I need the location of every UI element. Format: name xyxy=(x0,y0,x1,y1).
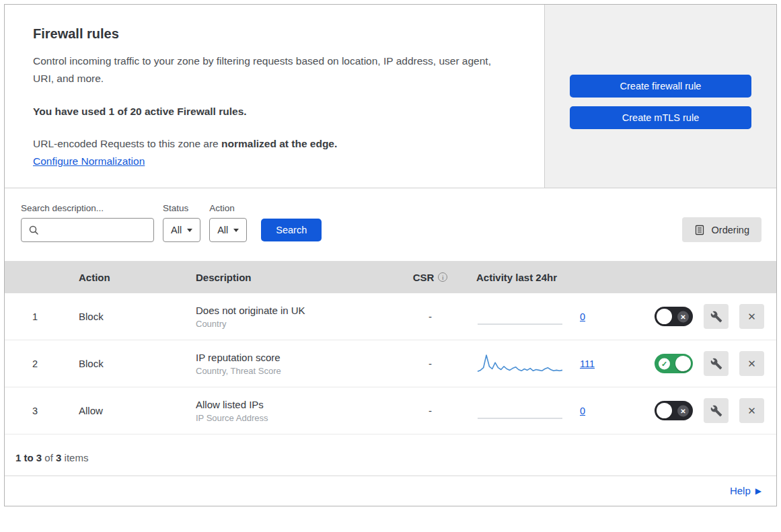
page-title: Firewall rules xyxy=(33,26,516,42)
create-mtls-rule-button[interactable]: Create mTLS rule xyxy=(570,106,751,129)
chevron-down-icon xyxy=(187,229,192,232)
status-label: Status xyxy=(163,203,200,213)
x-icon: ✕ xyxy=(677,311,689,322)
activity-sparkline xyxy=(476,351,564,377)
normalization-note: URL-encoded Requests to this zone are no… xyxy=(33,138,516,150)
close-icon: ✕ xyxy=(747,311,756,323)
summary-total: 3 xyxy=(56,452,61,463)
normalization-prefix: URL-encoded Requests to this zone are xyxy=(33,138,221,149)
rule-action: Allow xyxy=(65,405,180,416)
rule-description: Allow listed IPs xyxy=(196,399,395,410)
rule-activity-cell: 0 xyxy=(466,398,654,424)
normalization-bold: normalized at the edge. xyxy=(221,138,337,149)
x-icon: ✕ xyxy=(677,405,689,416)
page-header-section: Firewall rules Control incoming traffic … xyxy=(5,5,776,188)
activity-count-link[interactable]: 0 xyxy=(580,311,585,322)
toggle-knob xyxy=(657,309,672,324)
rule-fields: Country xyxy=(196,319,395,329)
rule-description-cell: Does not originate in UK Country xyxy=(180,305,395,329)
firewall-rules-page: Firewall rules Control incoming traffic … xyxy=(4,4,777,506)
enable-toggle[interactable]: ✓ ✕ xyxy=(655,307,693,326)
activity-sparkline xyxy=(476,304,564,330)
activity-sparkline xyxy=(476,398,564,424)
delete-rule-button[interactable]: ✕ xyxy=(739,304,764,329)
rule-csr: - xyxy=(395,405,466,416)
summary-range: 1 to 3 xyxy=(15,452,42,463)
rule-description-cell: Allow listed IPs IP Source Address xyxy=(180,399,395,423)
page-description: Control incoming traffic to your zone by… xyxy=(33,52,511,87)
header-text-area: Firewall rules Control incoming traffic … xyxy=(5,5,545,188)
delete-rule-button[interactable]: ✕ xyxy=(739,398,764,423)
filter-bar: Search description... Status All Action … xyxy=(5,188,776,261)
rule-description: Does not originate in UK xyxy=(196,305,395,316)
chevron-down-icon xyxy=(233,229,239,232)
header-actions-panel: Create firewall rule Create mTLS rule xyxy=(545,5,776,188)
wrench-icon xyxy=(710,311,722,323)
column-activity: Activity last 24hr xyxy=(466,272,654,283)
search-group: Search description... xyxy=(21,203,154,242)
check-icon: ✓ xyxy=(659,358,670,369)
rule-controls: ✓ ✕ ✕ xyxy=(654,398,776,423)
action-dropdown[interactable]: All xyxy=(209,218,247,242)
rule-controls: ✓ ✕ ✕ xyxy=(654,304,776,329)
pagination-summary: 1 to 3 of 3 items xyxy=(5,434,776,476)
rule-activity-cell: 111 xyxy=(466,351,654,377)
search-icon xyxy=(28,225,39,235)
search-input[interactable] xyxy=(44,224,148,236)
action-dropdown-value: All xyxy=(217,225,228,235)
rule-csr: - xyxy=(395,311,466,322)
rule-action: Block xyxy=(65,311,180,322)
rule-fields: IP Source Address xyxy=(196,413,395,423)
column-description: Description xyxy=(180,272,395,283)
configure-normalization-link[interactable]: Configure Normalization xyxy=(33,155,145,167)
rule-activity-cell: 0 xyxy=(466,304,654,330)
rule-action: Block xyxy=(65,358,180,369)
rule-number: 1 xyxy=(5,311,65,322)
search-button[interactable]: Search xyxy=(261,219,322,241)
close-icon: ✕ xyxy=(747,358,756,370)
search-box xyxy=(21,218,154,242)
help-link-label: Help xyxy=(730,485,751,496)
toggle-knob xyxy=(675,356,691,371)
table-row: 3 Allow Allow listed IPs IP Source Addre… xyxy=(5,387,776,434)
column-action: Action xyxy=(65,272,180,283)
enable-toggle[interactable]: ✓ ✕ xyxy=(655,401,693,420)
edit-rule-button[interactable] xyxy=(704,304,729,329)
rule-fields: Country, Threat Score xyxy=(196,366,395,376)
rule-description-cell: IP reputation score Country, Threat Scor… xyxy=(180,352,395,376)
activity-count-link[interactable]: 0 xyxy=(580,406,585,416)
info-icon[interactable]: i xyxy=(438,272,447,282)
status-dropdown-value: All xyxy=(171,225,182,235)
column-csr-label: CSR xyxy=(413,272,435,283)
table-row: 2 Block IP reputation score Country, Thr… xyxy=(5,340,776,387)
column-csr: CSR i xyxy=(395,272,466,283)
summary-of: of xyxy=(44,452,53,463)
status-filter-group: Status All xyxy=(163,203,200,242)
wrench-icon xyxy=(710,358,722,370)
ordering-button[interactable]: Ordering xyxy=(682,217,761,242)
rule-description: IP reputation score xyxy=(196,352,395,363)
status-dropdown[interactable]: All xyxy=(163,218,200,242)
toggle-knob xyxy=(657,403,672,418)
create-firewall-rule-button[interactable]: Create firewall rule xyxy=(570,75,751,98)
enable-toggle[interactable]: ✓ ✕ xyxy=(655,354,693,373)
table-row: 1 Block Does not originate in UK Country… xyxy=(5,293,776,340)
action-filter-group: Action All xyxy=(209,203,247,242)
help-bar: Help ▶ xyxy=(5,476,776,506)
delete-rule-button[interactable]: ✕ xyxy=(739,351,764,376)
table-header: Action Description CSR i Activity last 2… xyxy=(5,261,776,293)
activity-count-link[interactable]: 111 xyxy=(580,358,595,369)
edit-rule-button[interactable] xyxy=(704,351,729,376)
rule-csr: - xyxy=(395,358,466,369)
wrench-icon xyxy=(710,405,722,417)
summary-items: items xyxy=(65,452,89,463)
edit-rule-button[interactable] xyxy=(704,398,729,423)
search-label: Search description... xyxy=(21,203,154,213)
usage-summary: You have used 1 of 20 active Firewall ru… xyxy=(33,106,516,118)
ordering-icon xyxy=(694,225,705,235)
column-activity-label: Activity last 24hr xyxy=(476,272,557,283)
action-label: Action xyxy=(209,203,247,213)
help-link[interactable]: Help ▶ xyxy=(730,485,761,496)
ordering-button-label: Ordering xyxy=(712,225,749,235)
close-icon: ✕ xyxy=(747,405,756,417)
